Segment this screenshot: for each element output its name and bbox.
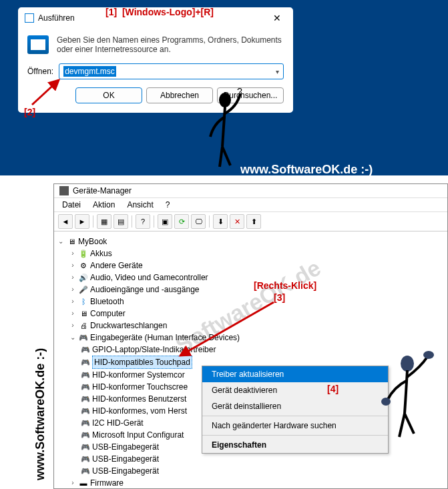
hid-icon: 🎮 [81, 358, 90, 367]
hid-icon: 🎮 [81, 418, 90, 428]
svg-text:?: ? [237, 87, 242, 97]
run-description: Geben Sie den Namen eines Programms, Ord… [57, 35, 284, 54]
printer-icon: 🖨 [79, 321, 88, 330]
back-icon[interactable]: ◄ [58, 214, 73, 229]
hid-icon: 🎮 [81, 370, 90, 380]
ctx-update-driver[interactable]: Treiber aktualisieren [202, 366, 388, 382]
chevron-down-icon[interactable]: ▾ [276, 68, 279, 75]
ctx-scan-hardware[interactable]: Nach geänderter Hardware suchen [202, 418, 388, 434]
audio-in-icon: 🎤 [79, 285, 88, 294]
svg-point-4 [423, 351, 434, 359]
firmware-icon: ▬ [79, 478, 88, 488]
run-icon [25, 13, 34, 23]
hid-icon: 🎮 [81, 466, 90, 476]
collapse-icon[interactable]: ⌄ [69, 332, 77, 344]
toolbar: ◄ ► ▦ ▤ ? ▣ ⟳ 🖵 ⬇ ✕ ⬆ [54, 212, 447, 231]
hid-icon: 🎮 [81, 442, 90, 452]
arrow-icon [174, 297, 280, 364]
tree-item[interactable]: ›🔋Akkus [57, 248, 445, 260]
hid-icon: 🎮 [81, 345, 90, 354]
update-icon[interactable]: ⟳ [174, 214, 189, 229]
computer-icon: 🖥 [79, 309, 88, 318]
hid-icon: 🎮 [81, 382, 90, 392]
annotation-4: [4] [327, 384, 339, 394]
disable-icon[interactable]: ⬇ [213, 214, 228, 229]
hid-icon: 🎮 [79, 333, 88, 342]
hid-icon: 🎮 [81, 454, 90, 464]
annotation-1: [1] [Windows-Logo]+[R] [105, 7, 214, 17]
ctx-properties[interactable]: Eigenschaften [202, 437, 388, 453]
arrow-icon [27, 75, 67, 108]
computer-icon: 🖥 [67, 237, 76, 246]
svg-point-5 [381, 398, 391, 406]
hid-icon: 🎮 [81, 394, 90, 404]
help-icon[interactable]: ? [136, 214, 150, 229]
tree-root[interactable]: ⌄ 🖥 MyBook [57, 235, 445, 248]
menu-help[interactable]: ? [160, 199, 176, 211]
device-icon: ⚙ [79, 261, 88, 270]
tree-item[interactable]: ›▬Firmware [57, 477, 445, 489]
ctx-disable-device[interactable]: Gerät deaktivieren [202, 382, 388, 398]
uninstall-icon[interactable]: ✕ [230, 214, 244, 229]
install-icon[interactable]: ⬆ [246, 214, 261, 229]
hid-icon: 🎮 [81, 406, 90, 416]
devmgr-title-text: Geräte-Manager [73, 186, 132, 195]
bluetooth-icon: ᛒ [79, 297, 88, 306]
annotation-3: [3] [274, 292, 285, 303]
monitor-icon[interactable]: 🖵 [191, 214, 206, 229]
tree-item[interactable]: ›🔊Audio, Video und Gamecontroller [57, 272, 445, 284]
menu-file[interactable]: Datei [57, 199, 86, 211]
open-value: devmgmt.msc [63, 66, 116, 77]
menu-view[interactable]: Ansicht [122, 199, 158, 211]
thinking-figure-icon: ? [204, 87, 257, 187]
svg-line-6 [180, 302, 274, 356]
menu-action[interactable]: Aktion [87, 199, 120, 211]
svg-point-3 [401, 356, 414, 372]
annotation-3-text: [Rechts-Klick] [254, 280, 316, 291]
watermark-side: www.SoftwareOK.de :-) [33, 348, 47, 480]
close-icon[interactable]: ✕ [268, 11, 286, 25]
ok-button[interactable]: OK [75, 87, 142, 103]
climbing-figure-icon [374, 347, 441, 460]
run-app-icon [27, 35, 49, 54]
svg-line-0 [32, 80, 59, 105]
show-hide-icon[interactable]: ▦ [97, 214, 111, 229]
run-title-text: Ausführen [38, 13, 75, 23]
hid-icon: 🎮 [81, 430, 90, 440]
props-icon[interactable]: ▤ [114, 214, 128, 229]
svg-point-1 [219, 93, 231, 107]
tree-item[interactable]: 🎮USB-Eingabegerät [57, 465, 445, 477]
forward-icon[interactable]: ► [75, 214, 89, 229]
collapse-icon[interactable]: ⌄ [57, 235, 65, 248]
audio-icon: 🔊 [79, 273, 88, 282]
context-menu: Treiber aktualisieren Gerät deaktivieren… [202, 366, 389, 454]
ctx-uninstall-device[interactable]: Gerät deinstallieren [202, 398, 388, 414]
tree-item[interactable]: ›⚙Andere Geräte [57, 260, 445, 272]
open-combobox[interactable]: devmgmt.msc ▾ [59, 63, 284, 79]
battery-icon: 🔋 [79, 249, 88, 258]
annotation-2: [2] [24, 107, 35, 117]
devmgr-icon [59, 186, 69, 195]
scan-icon[interactable]: ▣ [158, 214, 172, 229]
watermark-top: www.SoftwareOK.de :-) [240, 163, 373, 177]
menubar: Datei Aktion Ansicht ? [54, 198, 447, 212]
cancel-button[interactable]: Abbrechen [146, 87, 213, 103]
